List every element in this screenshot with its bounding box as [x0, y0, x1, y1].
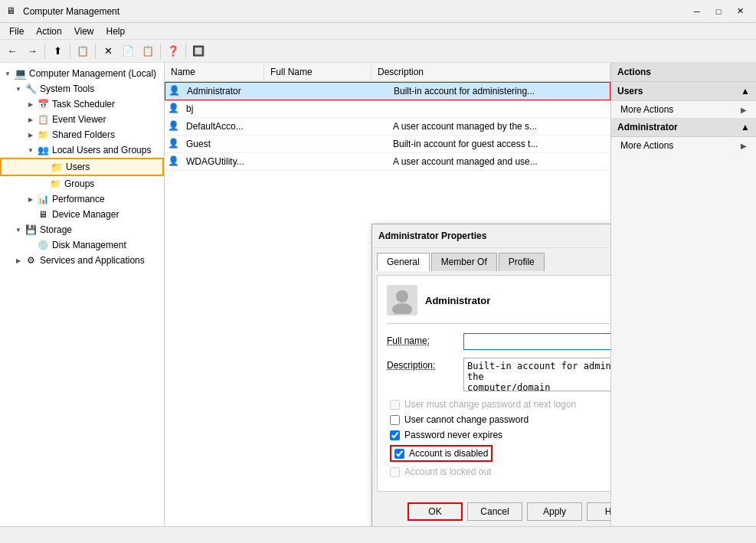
computer-icon: 💻 [14, 67, 26, 80]
actions-panel: Actions Users ▲ More Actions ▶ Administr… [610, 63, 756, 526]
show-hide-button[interactable]: 📋 [74, 42, 92, 61]
maximize-button[interactable]: □ [709, 4, 728, 19]
help-toolbar-button[interactable]: ❓ [164, 42, 182, 61]
expand-device-manager [25, 208, 37, 221]
refresh-button[interactable]: 📋 [139, 42, 157, 61]
delete-button[interactable]: ✕ [99, 42, 117, 61]
actions-title: Actions [617, 67, 651, 77]
cell-wdagutility-name: WDAGUtility... [180, 155, 280, 168]
system-tools-icon: 🔧 [25, 83, 37, 95]
expand-task-scheduler[interactable]: ▶ [25, 98, 37, 110]
col-header-fullname[interactable]: Full Name [264, 64, 371, 80]
expand-shared-folders[interactable]: ▶ [25, 129, 37, 141]
users-more-actions[interactable]: More Actions ▶ [611, 101, 756, 118]
forward-button[interactable]: → [23, 42, 41, 61]
menu-view[interactable]: View [68, 25, 100, 38]
tree-item-users[interactable]: 📁 Users [0, 158, 164, 176]
expand-system-tools[interactable]: ▼ [12, 83, 25, 95]
performance-icon: 📊 [37, 193, 49, 205]
chk-account-disabled[interactable] [394, 449, 404, 459]
expand-groups [37, 178, 49, 190]
tree-label-performance: Performance [52, 194, 105, 204]
menu-file[interactable]: File [3, 25, 30, 38]
tree-item-computer-mgmt[interactable]: ▼ 💻 Computer Management (Local) [0, 66, 164, 81]
tab-general[interactable]: General [377, 253, 430, 271]
device-manager-icon: 🖥 [37, 208, 49, 221]
title-bar: 🖥 Computer Management ─ □ ✕ [0, 0, 756, 23]
cell-wdagutility-desc: A user account managed and use... [387, 155, 610, 168]
tree-item-task-scheduler[interactable]: ▶ 📅 Task Scheduler [0, 96, 164, 112]
chk-account-locked[interactable] [390, 467, 400, 477]
expand-storage[interactable]: ▼ [12, 224, 25, 236]
view-button[interactable]: 🔲 [189, 42, 208, 61]
event-viewer-icon: 📋 [37, 113, 49, 126]
tree-label-computer-mgmt: Computer Management (Local) [29, 68, 156, 79]
cell-bj-fullname [280, 107, 387, 110]
chk-locked-label: Account is locked out [404, 466, 491, 477]
menu-action[interactable]: Action [30, 25, 67, 38]
list-row-guest[interactable]: 👤 Guest Built-in account for guest acces… [165, 136, 610, 153]
chk-disabled-row: Account is disabled [387, 445, 610, 462]
tab-member-of[interactable]: Member Of [431, 253, 497, 271]
col-header-desc[interactable]: Description [371, 64, 610, 80]
users-more-actions-arrow: ▶ [741, 106, 747, 114]
admin-section-collapse[interactable]: ▲ [741, 122, 750, 132]
chk-must-change[interactable] [390, 400, 400, 410]
cancel-button[interactable]: Cancel [467, 502, 522, 521]
expand-event-viewer[interactable]: ▶ [25, 113, 37, 126]
fullname-input[interactable] [463, 333, 610, 350]
expand-computer-mgmt[interactable]: ▼ [2, 67, 14, 80]
chk-never-expires[interactable] [390, 430, 400, 440]
window-controls: ─ □ ✕ [687, 4, 750, 19]
tab-profile[interactable]: Profile [499, 253, 545, 271]
up-button[interactable]: ⬆ [48, 42, 67, 61]
tree-item-shared-folders[interactable]: ▶ 📁 Shared Folders [0, 127, 164, 142]
expand-disk-mgmt [25, 239, 37, 251]
chk-never-expires-row: Password never expires [387, 430, 610, 440]
tree-item-services-apps[interactable]: ▶ ⚙ Services and Applications [0, 253, 164, 268]
description-textarea[interactable]: Built-in account for administering the c… [463, 358, 610, 391]
tree-item-local-users[interactable]: ▼ 👥 Local Users and Groups [0, 142, 164, 158]
cell-admin-fullname [280, 90, 388, 93]
minimize-button[interactable]: ─ [687, 4, 707, 19]
tree-item-groups[interactable]: 📁 Groups [0, 176, 164, 191]
dialog-tab-bar: General Member Of Profile [372, 248, 610, 270]
chk-cannot-change[interactable] [390, 415, 400, 425]
disk-mgmt-icon: 💿 [37, 239, 49, 251]
cell-bj-name: bj [180, 102, 280, 116]
tree-item-storage[interactable]: ▼ 💾 Storage [0, 222, 164, 237]
tree-item-disk-mgmt[interactable]: 💿 Disk Management [0, 237, 164, 253]
expand-services-apps[interactable]: ▶ [12, 254, 25, 267]
apply-button[interactable]: Apply [527, 502, 582, 521]
tree-label-task-scheduler: Task Scheduler [52, 99, 115, 110]
col-header-name[interactable]: Name [165, 64, 264, 80]
tree-item-performance[interactable]: ▶ 📊 Performance [0, 191, 164, 207]
tree-item-event-viewer[interactable]: ▶ 📋 Event Viewer [0, 112, 164, 127]
tree-item-system-tools[interactable]: ▼ 🔧 System Tools [0, 81, 164, 96]
list-row-defaultaccount[interactable]: 👤 DefaultAcco... A user account managed … [165, 118, 610, 136]
groups-folder-icon: 📁 [49, 178, 61, 190]
help-dialog-button[interactable]: Help [587, 502, 610, 521]
local-users-icon: 👥 [37, 144, 49, 156]
svg-point-1 [392, 303, 412, 314]
menu-help[interactable]: Help [100, 25, 132, 38]
users-more-actions-label: More Actions [620, 104, 673, 115]
ok-button[interactable]: OK [407, 502, 463, 521]
expand-local-users[interactable]: ▼ [25, 144, 37, 156]
tree-label-system-tools: System Tools [40, 83, 94, 94]
list-row-administrator[interactable]: 👤 Administrator Built-in account for adm… [165, 82, 610, 100]
chk-cannot-change-row: User cannot change password [387, 414, 610, 425]
admin-more-actions[interactable]: More Actions ▶ [611, 137, 756, 154]
close-button[interactable]: ✕ [730, 4, 750, 19]
properties-button[interactable]: 📄 [119, 42, 137, 61]
bj-row-icon: 👤 [168, 103, 180, 115]
users-section-header: Users ▲ [611, 82, 756, 101]
expand-performance[interactable]: ▶ [25, 193, 37, 205]
tree-item-device-manager[interactable]: 🖥 Device Manager [0, 207, 164, 222]
back-button[interactable]: ← [3, 42, 21, 61]
admin-avatar [387, 285, 417, 316]
status-bar [0, 526, 756, 543]
list-row-bj[interactable]: 👤 bj [165, 100, 610, 118]
users-section-collapse[interactable]: ▲ [741, 86, 750, 96]
list-row-wdagutility[interactable]: 👤 WDAGUtility... A user account managed … [165, 153, 610, 171]
